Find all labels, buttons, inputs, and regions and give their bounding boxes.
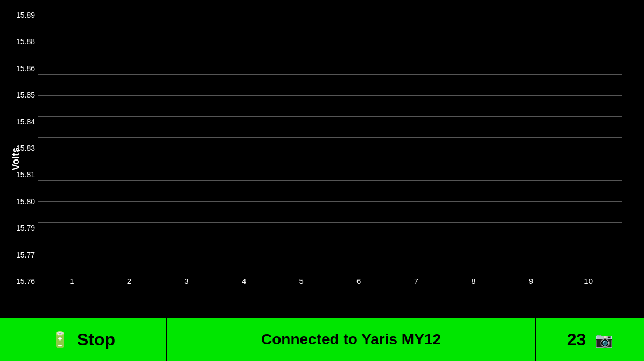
y-axis-tick-label: 15.79 [8, 224, 35, 232]
y-axis-tick-label: 15.89 [8, 11, 35, 19]
stop-button-label[interactable]: Stop [77, 330, 115, 350]
y-axis-tick-label: 15.84 [8, 117, 35, 126]
bar-x-label: 5 [299, 276, 304, 286]
bar-x-label: 9 [529, 276, 533, 286]
bar-group: 8 [445, 273, 502, 286]
bar-group: 3 [158, 273, 215, 286]
y-axis-tick-label: 15.80 [8, 197, 35, 206]
bar-group: 9 [502, 273, 560, 286]
y-axis-tick-label: 15.76 [8, 277, 35, 286]
battery-icon: 🔋 [51, 331, 69, 349]
bar-x-label: 2 [127, 276, 131, 286]
bar-x-label: 3 [184, 276, 188, 286]
bar-x-label: 10 [584, 276, 593, 286]
count-label: 23 [567, 330, 586, 350]
y-axis-tick-label: 15.83 [8, 144, 35, 152]
bar-x-label: 6 [356, 276, 361, 286]
toolbar-left[interactable]: 🔋 Stop [0, 318, 167, 361]
connected-label: Connected to Yaris MY12 [261, 331, 441, 348]
toolbar-center: Connected to Yaris MY12 [167, 318, 536, 361]
bar-group: 6 [330, 273, 388, 286]
grid-line [38, 286, 622, 286]
bar-group: 10 [559, 273, 617, 286]
y-axis-tick-label: 15.88 [8, 37, 35, 46]
bar-x-label: 4 [242, 276, 246, 286]
toolbar: 🔋 Stop Connected to Yaris MY12 23 📷 [0, 318, 644, 361]
bar-x-label: 7 [414, 276, 418, 286]
bar-x-label: 8 [471, 276, 475, 286]
y-axis-tick-label: 15.77 [8, 251, 35, 259]
y-axis-tick-label: 15.85 [8, 91, 35, 99]
bar-group: 4 [215, 273, 273, 286]
bar-group: 2 [101, 273, 158, 286]
bar-x-label: 1 [69, 276, 74, 286]
chart-area: Volts 15.8915.8815.8615.8515.8415.8315.8… [0, 0, 644, 318]
bar-group: 5 [272, 273, 330, 286]
camera-icon[interactable]: 📷 [594, 331, 613, 349]
bar-group: 7 [388, 273, 445, 286]
bar-group: 1 [43, 273, 101, 286]
chart-inner: 15.8915.8815.8615.8515.8415.8315.8115.80… [38, 11, 622, 286]
y-axis-tick-label: 15.86 [8, 64, 35, 73]
y-axis-tick-label: 15.81 [8, 170, 35, 179]
toolbar-right: 23 📷 [536, 318, 644, 361]
